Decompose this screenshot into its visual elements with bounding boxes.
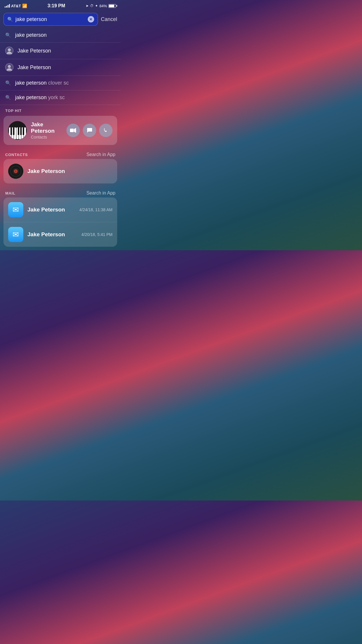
- suggestion-text: jake peterson york sc: [15, 94, 65, 101]
- suggestions-list: 🔍 jake peterson Jake Peterson Jake Peter…: [0, 28, 121, 105]
- suggestion-contact-name: Jake Peterson: [17, 64, 51, 71]
- top-hit-actions: [66, 124, 113, 137]
- contact-avatar-icon: [5, 47, 13, 55]
- svg-rect-16: [70, 129, 74, 132]
- search-input[interactable]: jake peterson: [15, 16, 85, 22]
- top-hit-section-label: TOP HIT: [0, 105, 121, 115]
- mail-sender-name: Jake Peterson: [27, 206, 75, 213]
- location-icon: ➤: [86, 4, 89, 8]
- wifi-icon: 📶: [22, 4, 27, 8]
- contact-result-item[interactable]: Jake Peterson: [3, 159, 117, 183]
- mail-sender-name: Jake Peterson: [27, 231, 77, 238]
- signal-icon: [5, 4, 10, 8]
- svg-rect-14: [20, 127, 22, 135]
- mail-result-card: ✉ Jake Peterson 4/24/18, 11:38 AM ✉ Jake…: [3, 197, 117, 247]
- carrier-label: AT&T: [11, 4, 21, 8]
- svg-point-0: [8, 48, 11, 51]
- envelope-icon: ✉: [13, 205, 19, 214]
- search-bar[interactable]: 🔍 jake peterson ✕: [3, 13, 98, 26]
- suggestion-text: jake peterson clover sc: [15, 80, 69, 86]
- suggestion-text: jake peterson: [15, 32, 47, 38]
- mail-app-icon: ✉: [8, 202, 23, 217]
- contacts-search-in-app[interactable]: Search in App: [86, 152, 115, 157]
- contacts-section-title: CONTACTS: [5, 153, 28, 157]
- top-hit-info: Jake Peterson Contacts: [31, 121, 62, 139]
- svg-point-2: [8, 65, 11, 68]
- suggestion-contact-name: Jake Peterson: [17, 48, 51, 54]
- contact-avatar-icon: [5, 63, 13, 71]
- search-icon: 🔍: [7, 17, 13, 22]
- mail-section-header: MAIL Search in App: [0, 187, 121, 197]
- mail-section-title: MAIL: [5, 191, 15, 195]
- mail-result-item[interactable]: ✉ Jake Peterson 4/24/18, 11:38 AM: [3, 197, 117, 222]
- svg-rect-15: [23, 127, 24, 135]
- message-button[interactable]: [83, 124, 96, 137]
- mail-search-in-app[interactable]: Search in App: [86, 190, 115, 196]
- top-hit-subtitle: Contacts: [31, 135, 62, 139]
- contacts-section-header: CONTACTS Search in App: [0, 148, 121, 159]
- svg-rect-13: [18, 127, 19, 135]
- svg-rect-11: [10, 127, 12, 135]
- contact-vinyl-avatar: [8, 164, 23, 179]
- video-call-button[interactable]: [66, 124, 80, 137]
- svg-point-1: [7, 52, 12, 54]
- battery-icon: [108, 4, 116, 8]
- bluetooth-icon: ✦: [95, 4, 98, 8]
- envelope-icon: ✉: [13, 230, 19, 239]
- suggestion-item[interactable]: 🔍 jake peterson: [0, 28, 121, 43]
- mail-result-item[interactable]: ✉ Jake Peterson 4/20/18, 5:41 PM: [3, 222, 117, 247]
- mail-date: 4/20/18, 5:41 PM: [81, 232, 113, 237]
- cancel-button[interactable]: Cancel: [101, 16, 117, 22]
- svg-point-3: [7, 68, 12, 71]
- status-left: AT&T 📶: [5, 4, 27, 8]
- suggestion-item[interactable]: Jake Peterson: [0, 59, 121, 76]
- suggestion-item[interactable]: 🔍 jake peterson clover sc: [0, 76, 121, 90]
- top-hit-card[interactable]: Jake Peterson Contacts: [3, 116, 117, 145]
- contacts-result-card: Jake Peterson: [3, 159, 117, 183]
- top-hit-name: Jake Peterson: [31, 121, 62, 134]
- phone-button[interactable]: [99, 124, 113, 137]
- clear-search-button[interactable]: ✕: [88, 16, 94, 22]
- battery-percent: 84%: [99, 4, 107, 8]
- status-bar: AT&T 📶 3:19 PM ➤ ⏱ ✦ 84%: [0, 0, 121, 11]
- alarm-icon: ⏱: [90, 4, 94, 8]
- status-right: ➤ ⏱ ✦ 84%: [86, 4, 116, 8]
- contact-result-name: Jake Peterson: [27, 168, 113, 174]
- svg-marker-17: [74, 128, 76, 133]
- svg-point-24: [15, 171, 16, 172]
- status-time: 3:19 PM: [48, 3, 65, 8]
- search-suggestion-icon: 🔍: [5, 32, 11, 38]
- search-bar-container: 🔍 jake peterson ✕ Cancel: [0, 11, 121, 28]
- svg-rect-10: [24, 127, 26, 139]
- top-hit-avatar: [8, 121, 27, 140]
- svg-rect-12: [13, 127, 15, 135]
- battery-fill: [109, 5, 114, 7]
- search-suggestion-icon: 🔍: [5, 80, 11, 86]
- mail-app-icon: ✉: [8, 227, 23, 242]
- suggestion-item[interactable]: Jake Peterson: [0, 43, 121, 59]
- mail-date: 4/24/18, 11:38 AM: [79, 207, 113, 212]
- suggestion-item[interactable]: 🔍 jake peterson york sc: [0, 90, 121, 105]
- search-suggestion-icon: 🔍: [5, 95, 11, 100]
